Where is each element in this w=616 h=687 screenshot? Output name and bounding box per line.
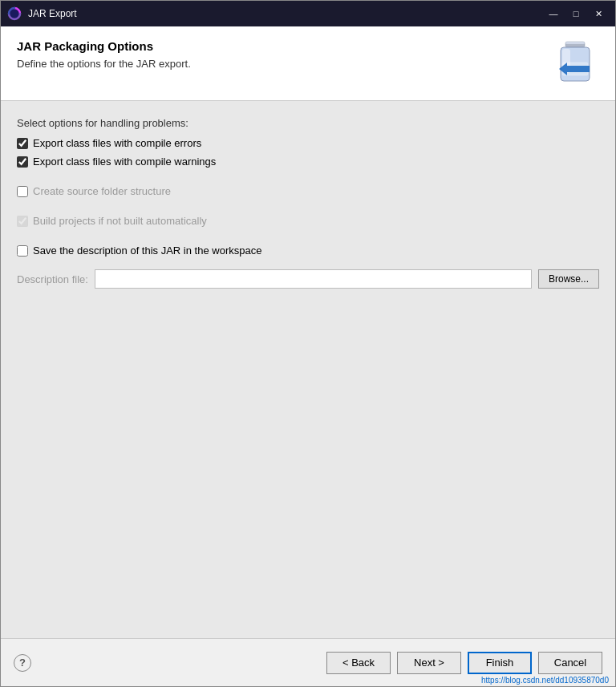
url-hint: https://blog.csdn.net/dd10935870d0 [481, 676, 609, 685]
jar-export-window: JAR Export — □ ✕ JAR Packaging Options D… [0, 0, 616, 687]
svg-rect-2 [565, 42, 585, 44]
title-bar: JAR Export — □ ✕ [1, 1, 615, 26]
description-row: Description file: Browse... [17, 269, 599, 289]
save-checkbox[interactable] [17, 245, 28, 257]
warnings-checkbox[interactable] [17, 156, 28, 168]
close-button[interactable]: ✕ [588, 6, 609, 22]
errors-checkbox-label[interactable]: Export class files with compile errors [33, 137, 201, 149]
warnings-checkbox-row: Export class files with compile warnings [17, 156, 599, 168]
source-checkbox[interactable] [17, 186, 28, 197]
back-button-label: < Back [342, 657, 375, 669]
maximize-button[interactable]: □ [565, 6, 586, 22]
content-area: Select options for handling problems: Ex… [1, 101, 615, 638]
source-checkbox-row: Create source folder structure [17, 185, 599, 197]
page-title: JAR Packaging Options [17, 39, 551, 53]
finish-button-label: Finish [486, 657, 514, 669]
description-input[interactable] [95, 269, 532, 289]
minimize-button[interactable]: — [543, 6, 564, 22]
errors-checkbox[interactable] [17, 138, 28, 149]
source-checkbox-label[interactable]: Create source folder structure [33, 185, 171, 197]
save-checkbox-row: Save the description of this JAR in the … [17, 244, 599, 257]
cancel-button[interactable]: Cancel [538, 652, 602, 674]
description-file-label: Description file: [17, 273, 88, 285]
help-button[interactable]: ? [14, 654, 31, 672]
build-checkbox[interactable] [17, 216, 28, 227]
finish-button[interactable]: Finish [468, 652, 532, 674]
footer-buttons: < Back Next > Finish Cancel [326, 652, 602, 674]
warnings-checkbox-label[interactable]: Export class files with compile warnings [33, 156, 216, 168]
next-button[interactable]: Next > [397, 652, 461, 674]
window-controls: — □ ✕ [543, 6, 609, 22]
window-title: JAR Export [28, 8, 543, 19]
jar-export-icon [551, 39, 599, 87]
window-icon [7, 6, 22, 21]
problems-section-label: Select options for handling problems: [17, 117, 599, 129]
header-text: JAR Packaging Options Define the options… [17, 39, 551, 70]
save-checkbox-label[interactable]: Save the description of this JAR in the … [33, 244, 261, 257]
header-section: JAR Packaging Options Define the options… [1, 26, 615, 101]
back-button[interactable]: < Back [326, 652, 391, 674]
page-subtitle: Define the options for the JAR export. [17, 58, 551, 70]
browse-button[interactable]: Browse... [538, 269, 599, 289]
build-checkbox-label[interactable]: Build projects if not built automaticall… [33, 215, 207, 227]
footer: ? < Back Next > Finish Cancel https://bl… [1, 638, 615, 686]
cancel-button-label: Cancel [554, 657, 586, 669]
next-button-label: Next > [414, 657, 444, 669]
errors-checkbox-row: Export class files with compile errors [17, 137, 599, 149]
build-checkbox-row: Build projects if not built automaticall… [17, 215, 599, 227]
